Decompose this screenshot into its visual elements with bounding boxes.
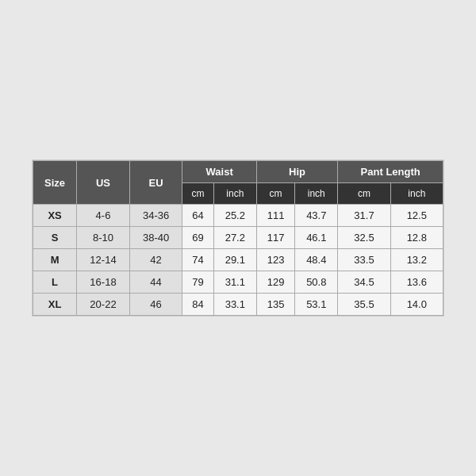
size-cell: XL: [33, 294, 77, 316]
hip-cm-cell: 111: [256, 205, 294, 227]
size-chart-wrapper: Size US EU Waist Hip Pant Length cm inch…: [32, 159, 444, 317]
pant-inch-cell: 13.6: [390, 271, 443, 294]
eu-cell: 38-40: [129, 227, 182, 249]
pant-cm-cell: 32.5: [338, 227, 390, 249]
table-row: XS4-634-366425.211143.731.712.5: [33, 205, 443, 227]
hip-cm-cell: 129: [256, 271, 294, 294]
pant-cm-header: cm: [338, 183, 390, 205]
waist-cm-header: cm: [182, 183, 213, 205]
size-cell: M: [33, 249, 77, 271]
eu-cell: 42: [129, 249, 182, 271]
waist-cm-cell: 84: [182, 294, 213, 316]
table-row: M12-14427429.112348.433.513.2: [33, 249, 443, 271]
waist-inch-cell: 27.2: [213, 227, 256, 249]
eu-cell: 44: [129, 271, 182, 294]
waist-cm-cell: 64: [182, 205, 213, 227]
waist-cm-cell: 69: [182, 227, 213, 249]
table-body: XS4-634-366425.211143.731.712.5S8-1038-4…: [33, 205, 443, 316]
hip-cm-header: cm: [256, 183, 294, 205]
hip-inch-cell: 50.8: [295, 271, 338, 294]
pant-inch-cell: 12.5: [390, 205, 443, 227]
waist-inch-cell: 29.1: [213, 249, 256, 271]
us-cell: 8-10: [77, 227, 130, 249]
hip-cm-cell: 123: [256, 249, 294, 271]
waist-inch-header: inch: [213, 183, 256, 205]
hip-inch-header: inch: [295, 183, 338, 205]
pant-inch-header: inch: [390, 183, 443, 205]
table-row: S8-1038-406927.211746.132.512.8: [33, 227, 443, 249]
us-cell: 12-14: [77, 249, 130, 271]
us-header: US: [77, 161, 130, 205]
us-cell: 16-18: [77, 271, 130, 294]
size-chart-table: Size US EU Waist Hip Pant Length cm inch…: [33, 160, 443, 316]
size-cell: S: [33, 227, 77, 249]
waist-inch-cell: 31.1: [213, 271, 256, 294]
pant-cm-cell: 34.5: [338, 271, 390, 294]
table-row: XL20-22468433.113553.135.514.0: [33, 294, 443, 316]
eu-header: EU: [129, 161, 182, 205]
hip-cm-cell: 135: [256, 294, 294, 316]
hip-inch-cell: 43.7: [295, 205, 338, 227]
size-cell: L: [33, 271, 77, 294]
hip-inch-cell: 46.1: [295, 227, 338, 249]
size-cell: XS: [33, 205, 77, 227]
pant-inch-cell: 14.0: [390, 294, 443, 316]
pant-cm-cell: 33.5: [338, 249, 390, 271]
us-cell: 4-6: [77, 205, 130, 227]
header-top-row: Size US EU Waist Hip Pant Length: [33, 161, 443, 183]
waist-cm-cell: 79: [182, 271, 213, 294]
eu-cell: 46: [129, 294, 182, 316]
size-header: Size: [33, 161, 77, 205]
us-cell: 20-22: [77, 294, 130, 316]
waist-inch-cell: 25.2: [213, 205, 256, 227]
waist-header: Waist: [182, 161, 256, 183]
pant-cm-cell: 31.7: [338, 205, 390, 227]
pant-cm-cell: 35.5: [338, 294, 390, 316]
hip-cm-cell: 117: [256, 227, 294, 249]
eu-cell: 34-36: [129, 205, 182, 227]
waist-cm-cell: 74: [182, 249, 213, 271]
hip-inch-cell: 53.1: [295, 294, 338, 316]
pant-inch-cell: 12.8: [390, 227, 443, 249]
table-row: L16-18447931.112950.834.513.6: [33, 271, 443, 294]
waist-inch-cell: 33.1: [213, 294, 256, 316]
hip-inch-cell: 48.4: [295, 249, 338, 271]
hip-header: Hip: [256, 161, 337, 183]
pant-length-header: Pant Length: [338, 161, 443, 183]
pant-inch-cell: 13.2: [390, 249, 443, 271]
